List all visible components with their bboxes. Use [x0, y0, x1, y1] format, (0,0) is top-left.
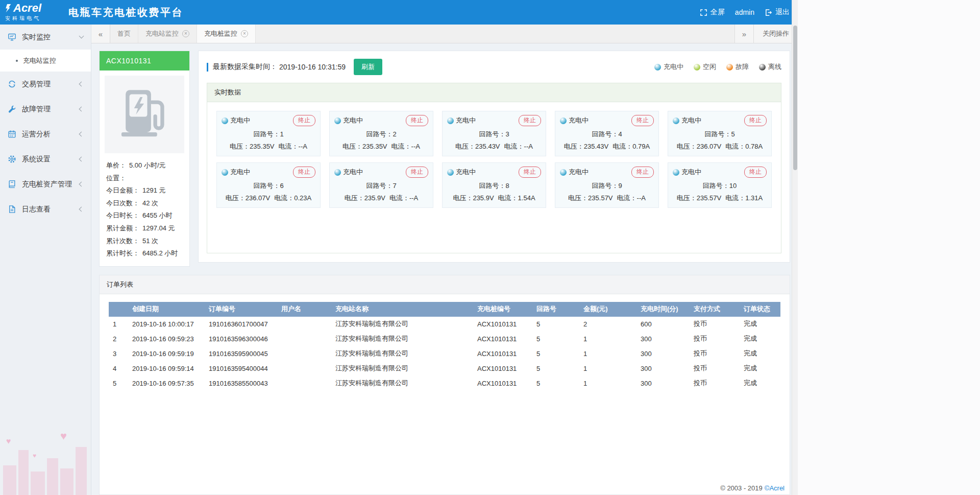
channel-status: 充电中 — [673, 116, 701, 125]
sidebar-item-realtime-monitor[interactable]: 实时监控 — [0, 25, 91, 50]
cell-amount: 1 — [579, 361, 636, 376]
table-row: 4 2019-10-16 09:59:14 1910163595400044 江… — [109, 361, 780, 376]
brand-logo: Acrel 安科瑞电气 — [5, 3, 56, 22]
close-operations-button[interactable]: 关闭操作 — [753, 25, 798, 43]
legend-item: 空闲 — [694, 62, 716, 72]
stop-button[interactable]: 终止 — [631, 115, 654, 126]
stop-button[interactable]: 终止 — [293, 167, 315, 178]
channel-loop: 回路号：1 — [222, 130, 315, 139]
tab-home[interactable]: 首页 — [110, 25, 138, 43]
channel-card: 充电中 终止 回路号：6 — [216, 162, 321, 208]
cell-station: 江苏安科瑞制造有限公司 — [331, 376, 473, 391]
collect-time-label: 最新数据采集时间： — [213, 62, 277, 72]
channel-loop: 回路号：4 — [560, 130, 654, 139]
channel-voltage-current: 电压：235.35V电流：--A — [334, 142, 428, 151]
tab-close-icon[interactable]: × — [241, 30, 248, 37]
stop-button[interactable]: 终止 — [406, 115, 428, 126]
status-dot-icon — [726, 64, 733, 70]
cell-amount: 1 — [579, 376, 636, 391]
sidebar-item-transactions[interactable]: 交易管理 — [0, 72, 91, 97]
chevron-left-icon — [79, 182, 84, 187]
channel-voltage-current: 电压：235.57V电流：--A — [560, 194, 654, 203]
channel-card: 充电中 终止 回路号：7 — [329, 162, 433, 208]
row-index: 2 — [109, 332, 128, 346]
tab-station-monitor[interactable]: 充电站监控 × — [138, 25, 197, 43]
cell-user — [277, 376, 331, 391]
cell-user — [277, 332, 331, 346]
cell-amount: 2 — [579, 317, 636, 332]
cell-duration: 300 — [636, 346, 690, 361]
cell-order-no: 1910163601700047 — [205, 317, 277, 332]
channel-voltage-current: 电压：235.35V电流：--A — [222, 142, 315, 151]
logout-button[interactable]: 退出 — [765, 8, 790, 17]
channel-loop: 回路号：5 — [673, 130, 767, 139]
tabs-scroll-left-button[interactable]: « — [91, 25, 110, 43]
monitor-panel: 最新数据采集时间： 2019-10-16 10:31:59 刷新 充电中 — [198, 51, 790, 263]
current-value: --A — [299, 143, 307, 150]
fullscreen-button[interactable]: 全屏 — [700, 8, 725, 17]
stop-button[interactable]: 终止 — [744, 167, 767, 178]
book-icon — [8, 180, 16, 188]
stop-button[interactable]: 终止 — [631, 167, 654, 178]
sidebar-item-analysis[interactable]: 运营分析 — [0, 122, 91, 147]
app-header: Acrel 安科瑞电气 电瓶车充电桩收费平台 全屏 admin 退出 — [0, 0, 798, 25]
sidebar-item-settings[interactable]: 系统设置 — [0, 147, 91, 172]
current-value: 0.79A — [632, 143, 650, 150]
stop-button[interactable]: 终止 — [519, 167, 541, 178]
stop-button[interactable]: 终止 — [293, 115, 315, 126]
sidebar-item-station-monitor[interactable]: 充电站监控 — [0, 50, 91, 72]
wrench-icon — [8, 105, 16, 113]
sidebar-item-faults[interactable]: 故障管理 — [0, 97, 91, 122]
channel-voltage-current: 电压：236.07V电流：0.23A — [222, 194, 315, 203]
device-stat-row: 今日金额： 1291 元 — [106, 184, 183, 197]
charging-status-icon — [673, 117, 679, 124]
tab-close-icon[interactable]: × — [182, 30, 189, 37]
app-window: Acrel 安科瑞电气 电瓶车充电桩收费平台 全屏 admin 退出 — [0, 0, 798, 495]
cell-created: 2019-10-16 09:59:14 — [128, 361, 205, 376]
tabs-scroll-right-button[interactable]: » — [734, 25, 753, 43]
fullscreen-icon — [700, 9, 707, 16]
stop-button[interactable]: 终止 — [519, 115, 541, 126]
stop-button[interactable]: 终止 — [406, 167, 428, 178]
status-dot-icon — [759, 64, 766, 70]
orders-table-header: 创建日期订单编号用户名充电站名称充电桩编号回路号金额(元)充电时间(分)支付方式… — [109, 302, 780, 317]
cell-created: 2019-10-16 09:59:19 — [128, 346, 205, 361]
cell-amount: 1 — [579, 332, 636, 346]
stat-label: 累计次数： — [106, 235, 139, 248]
scrollbar-thumb[interactable] — [793, 26, 797, 170]
device-stat-row: 今日时长： 6455 小时 — [106, 209, 183, 222]
collect-time-value: 2019-10-16 10:31:59 — [279, 63, 346, 71]
voltage-value: 235.9V — [364, 194, 385, 202]
sidebar-item-logs[interactable]: 日志查看 — [0, 197, 91, 222]
current-value: --A — [409, 194, 418, 202]
heart-icon: ♥ — [60, 430, 67, 443]
status-dot-icon — [694, 64, 700, 70]
acrel-link[interactable]: ©Acrel — [765, 484, 785, 492]
sidebar: 实时监控 充电站监控 交易管理 故障管理 — [0, 25, 91, 495]
sidebar-item-assets[interactable]: 充电桩资产管理 — [0, 172, 91, 197]
current-value: 0.78A — [745, 143, 763, 150]
voltage-value: 236.07V — [246, 194, 270, 202]
current-value: --A — [411, 143, 420, 150]
channel-status: 充电中 — [222, 168, 250, 177]
refresh-button[interactable]: 刷新 — [354, 59, 382, 75]
chevron-left-icon — [79, 157, 84, 162]
channel-status: 充电中 — [560, 168, 589, 177]
scrollbar[interactable] — [792, 0, 798, 495]
column-header: 充电时间(分) — [636, 302, 690, 317]
cell-duration: 300 — [636, 376, 690, 391]
tab-pile-monitor[interactable]: 充电桩监控 × — [197, 25, 256, 43]
loop-number: 3 — [505, 130, 509, 138]
cell-pay-method: 投币 — [690, 346, 740, 361]
stop-button[interactable]: 终止 — [744, 115, 767, 126]
voltage-value: 235.57V — [588, 194, 612, 202]
cell-pay-method: 投币 — [690, 332, 740, 346]
charging-status-icon — [447, 117, 454, 124]
monitor-icon — [8, 33, 16, 41]
device-image — [105, 76, 184, 153]
user-menu[interactable]: admin — [735, 8, 754, 16]
channel-status: 充电中 — [560, 116, 589, 125]
stat-value: 51 次 — [142, 235, 158, 248]
column-header: 订单编号 — [205, 302, 277, 317]
stat-label: 累计金额： — [106, 222, 139, 235]
